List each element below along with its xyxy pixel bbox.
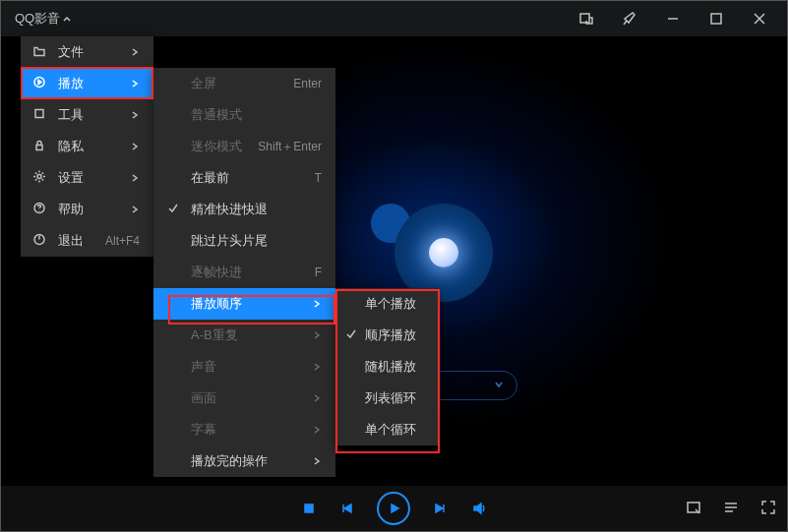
order-single[interactable]: 单个播放 — [335, 288, 439, 320]
folder-icon — [32, 44, 46, 61]
chevron-right-icon — [130, 108, 140, 123]
menu-exit[interactable]: 退出 Alt+F4 — [21, 225, 153, 257]
submenu-precise-seek[interactable]: 精准快进快退 — [153, 194, 335, 225]
menu-settings[interactable]: 设置 — [21, 162, 153, 194]
menu-item-label: 单个播放 — [365, 295, 416, 313]
submenu-audio[interactable]: 声音 — [153, 351, 335, 383]
menu-item-label: 普通模式 — [191, 106, 242, 124]
compact-mode-button[interactable] — [565, 1, 608, 36]
chevron-right-icon — [312, 454, 322, 469]
maximize-button[interactable] — [695, 1, 738, 36]
submenu-skip-intro[interactable]: 跳过片头片尾 — [153, 225, 335, 257]
player-controls — [1, 486, 787, 531]
chevron-right-icon — [130, 45, 140, 60]
submenu-subtitle[interactable]: 字幕 — [153, 414, 335, 445]
menu-item-label: 声音 — [191, 358, 216, 376]
previous-button[interactable] — [339, 502, 353, 515]
svg-point-5 — [37, 175, 41, 179]
check-icon — [345, 328, 357, 343]
menu-play[interactable]: 播放 — [21, 68, 153, 99]
menu-privacy[interactable]: 隐私 — [21, 131, 153, 162]
menu-item-shortcut: T — [315, 171, 322, 185]
svg-rect-0 — [580, 14, 589, 23]
submenu-fullscreen[interactable]: 全屏 Enter — [153, 68, 335, 99]
menu-item-label: 列表循环 — [365, 389, 416, 407]
chevron-right-icon — [130, 171, 140, 186]
tools-icon — [32, 107, 46, 124]
check-icon — [167, 203, 179, 217]
menu-item-label: 随机播放 — [365, 358, 416, 376]
svg-rect-4 — [36, 146, 42, 150]
play-button[interactable] — [377, 492, 410, 525]
menu-item-label: A-B重复 — [191, 326, 238, 344]
order-random[interactable]: 随机播放 — [335, 351, 439, 383]
menu-item-label: 全屏 — [191, 75, 216, 92]
menu-item-label: 设置 — [58, 169, 84, 187]
submenu-frame-step[interactable]: 逐帧快进 F — [153, 257, 335, 288]
menu-tools[interactable]: 工具 — [21, 99, 153, 131]
power-icon — [32, 233, 46, 250]
menu-item-shortcut: Alt+F4 — [105, 234, 140, 248]
submenu-mini-mode[interactable]: 迷你模式 Shift＋Enter — [153, 131, 335, 162]
chevron-right-icon — [312, 297, 322, 312]
gear-icon — [32, 170, 46, 187]
play-submenu: 全屏 Enter 普通模式 迷你模式 Shift＋Enter 在最前 T 精准快… — [153, 68, 335, 477]
chevron-up-icon — [62, 12, 72, 27]
order-single-loop[interactable]: 单个循环 — [335, 414, 439, 445]
menu-help[interactable]: 帮助 — [21, 194, 153, 225]
svg-rect-3 — [35, 110, 43, 118]
main-menu: 文件 播放 工具 隐私 设置 帮助 退出 Alt+F4 — [21, 36, 153, 257]
submenu-ab-repeat[interactable]: A-B重复 — [153, 320, 335, 351]
chevron-right-icon — [130, 77, 140, 91]
menu-item-label: 播放顺序 — [191, 295, 242, 313]
close-button[interactable] — [738, 1, 781, 36]
menu-item-label: 文件 — [58, 43, 84, 61]
fullscreen-button[interactable] — [759, 499, 777, 519]
chevron-down-icon — [493, 379, 505, 393]
film-reel-icon — [394, 204, 493, 302]
menu-file[interactable]: 文件 — [21, 36, 153, 68]
menu-item-shortcut: F — [315, 266, 322, 279]
menu-item-label: 画面 — [191, 389, 216, 407]
chevron-right-icon — [312, 328, 322, 343]
open-button[interactable] — [685, 499, 702, 519]
order-sequential[interactable]: 顺序播放 — [335, 320, 439, 351]
pin-button[interactable] — [608, 1, 651, 36]
chevron-right-icon — [312, 391, 322, 406]
submenu-video[interactable]: 画面 — [153, 383, 335, 414]
menu-item-label: 在最前 — [191, 169, 229, 187]
chevron-right-icon — [312, 360, 322, 375]
app-title[interactable]: QQ影音 — [15, 10, 72, 28]
menu-item-shortcut: Shift＋Enter — [258, 139, 322, 155]
menu-item-label: 字幕 — [191, 421, 216, 439]
lock-icon — [32, 139, 46, 155]
menu-item-label: 精准快进快退 — [191, 201, 268, 218]
menu-item-label: 退出 — [58, 232, 84, 250]
help-icon — [32, 202, 46, 218]
menu-item-label: 播放 — [58, 75, 84, 92]
app-title-text: QQ影音 — [15, 10, 60, 28]
playlist-button[interactable] — [722, 499, 740, 519]
submenu-always-on-top[interactable]: 在最前 T — [153, 162, 335, 194]
chevron-right-icon — [312, 423, 322, 438]
submenu-play-order[interactable]: 播放顺序 — [153, 288, 335, 320]
stop-button[interactable] — [302, 502, 316, 515]
next-button[interactable] — [434, 502, 448, 515]
menu-item-label: 工具 — [58, 106, 84, 124]
volume-button[interactable] — [471, 501, 487, 516]
menu-item-shortcut: Enter — [293, 77, 322, 90]
chevron-right-icon — [130, 203, 140, 217]
submenu-normal-mode[interactable]: 普通模式 — [153, 99, 335, 131]
submenu-after-play[interactable]: 播放完的操作 — [153, 445, 335, 477]
menu-item-label: 顺序播放 — [365, 326, 416, 344]
menu-item-label: 帮助 — [58, 201, 84, 218]
minimize-button[interactable] — [651, 1, 695, 36]
chevron-right-icon — [130, 140, 140, 154]
menu-item-label: 逐帧快进 — [191, 264, 242, 281]
menu-item-label: 单个循环 — [365, 421, 416, 439]
order-list-loop[interactable]: 列表循环 — [335, 383, 439, 414]
menu-item-label: 迷你模式 — [191, 138, 242, 155]
menu-item-label: 播放完的操作 — [191, 452, 268, 470]
play-order-submenu: 单个播放 顺序播放 随机播放 列表循环 单个循环 — [335, 288, 439, 445]
play-circle-icon — [32, 76, 46, 92]
